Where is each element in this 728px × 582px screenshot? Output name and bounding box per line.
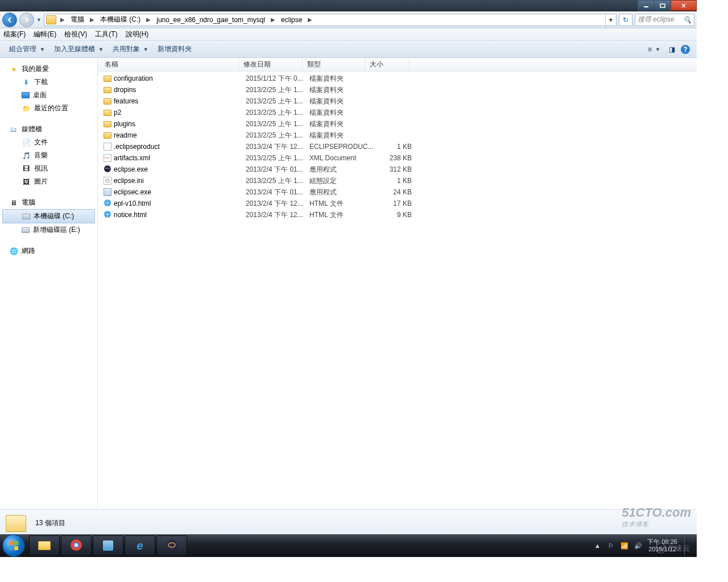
network-icon: 🌐	[9, 247, 18, 256]
column-date[interactable]: 修改日期	[239, 58, 303, 71]
breadcrumb-arrow-icon[interactable]: ▶	[58, 16, 67, 23]
taskbar-app1[interactable]	[93, 535, 123, 556]
sidebar-favorites[interactable]: ★我的最愛	[0, 63, 97, 76]
taskbar-ie[interactable]: e	[125, 535, 155, 556]
download-icon: ⬇	[22, 78, 31, 87]
tray-action-icon[interactable]: ⚐	[606, 541, 615, 550]
file-row[interactable]: eclipse.ini2013/2/25 上午 1...組態設定1 KB	[98, 175, 697, 186]
sidebar-item-recent[interactable]: 📁最近的位置	[0, 102, 97, 115]
music-icon: 🎵	[22, 151, 31, 160]
recent-icon: 📁	[22, 104, 31, 113]
file-row[interactable]: features2013/2/25 上午 1...檔案資料夾	[98, 95, 697, 107]
show-desktop-button[interactable]	[684, 535, 690, 556]
close-button[interactable]	[671, 0, 697, 11]
breadcrumb-folder-2[interactable]: eclipse	[278, 14, 305, 26]
menu-help[interactable]: 說明(H)	[126, 30, 149, 39]
sidebar-item-downloads[interactable]: ⬇下載	[0, 76, 97, 89]
file-row[interactable]: p22013/2/25 上午 1...檔案資料夾	[98, 107, 697, 118]
file-list[interactable]: configuration2015/1/12 下午 0...檔案資料夾dropi…	[98, 72, 697, 509]
sidebar-network[interactable]: 🌐網路	[0, 244, 97, 257]
file-name: readme	[114, 131, 137, 139]
file-row[interactable]: notice.html2013/2/4 下午 12...HTML 文件9 KB	[98, 209, 697, 221]
file-type: 應用程式	[309, 188, 372, 197]
file-date: 2013/2/25 上午 1...	[246, 153, 309, 163]
breadcrumb-folder-1[interactable]: juno_ee_x86_ndro_gae_tom_mysql	[153, 14, 268, 26]
file-date: 2013/2/25 上午 1...	[246, 108, 309, 118]
menu-edit[interactable]: 編輯(E)	[34, 30, 56, 39]
refresh-button[interactable]: ↻	[619, 14, 632, 26]
history-dropdown-icon[interactable]: ▼	[36, 17, 42, 23]
back-button[interactable]	[2, 13, 17, 27]
sidebar-item-music[interactable]: 🎵音樂	[0, 149, 97, 162]
column-size[interactable]: 大小	[365, 58, 410, 71]
file-row[interactable]: eclipse.exe2013/2/4 下午 01...應用程式312 KB	[98, 164, 697, 175]
sidebar-computer[interactable]: 🖥電腦	[0, 196, 97, 209]
file-date: 2013/2/25 上午 1...	[246, 97, 309, 106]
column-name[interactable]: 名稱	[98, 58, 239, 71]
address-bar[interactable]: ▶ 電腦 ▶ 本機磁碟 (C:) ▶ juno_ee_x86_ndro_gae_…	[44, 14, 617, 26]
file-name: .eclipseproduct	[114, 143, 160, 151]
file-row[interactable]: dropins2013/2/25 上午 1...檔案資料夾	[98, 84, 697, 95]
svg-point-4	[104, 165, 111, 172]
breadcrumb-computer[interactable]: 電腦	[67, 14, 88, 26]
file-date: 2013/2/4 下午 12...	[246, 199, 309, 209]
menu-view[interactable]: 檢視(V)	[64, 30, 87, 39]
breadcrumb-arrow-icon[interactable]: ▶	[268, 16, 278, 23]
breadcrumb-drive[interactable]: 本機磁碟 (C:)	[97, 14, 144, 26]
minimize-button[interactable]	[638, 0, 655, 11]
file-row[interactable]: eclipsec.exe2013/2/4 下午 01...應用程式24 KB	[98, 186, 697, 198]
details-pane: 13 個項目	[0, 509, 697, 537]
help-button[interactable]: ?	[679, 43, 692, 56]
address-dropdown-icon[interactable]: ▾	[605, 14, 616, 26]
tray-volume-icon[interactable]: 🔊	[634, 541, 643, 550]
file-name: plugins	[114, 120, 135, 128]
organize-button[interactable]: 組合管理▼	[5, 41, 49, 57]
file-row[interactable]: <>artifacts.xml2013/2/25 上午 1...XML Docu…	[98, 152, 697, 164]
file-name: notice.html	[114, 211, 147, 219]
new-folder-button[interactable]: 新增資料夾	[153, 41, 196, 57]
folder-icon	[104, 110, 111, 116]
preview-pane-button[interactable]: ◨	[665, 43, 679, 56]
include-library-button[interactable]: 加入至媒體櫃▼	[49, 41, 108, 57]
menu-tools[interactable]: 工具(T)	[95, 30, 117, 39]
sidebar-item-videos[interactable]: 🎞視訊	[0, 162, 97, 175]
sidebar-item-pictures[interactable]: 🖼圖片	[0, 175, 97, 188]
tray-clock[interactable]: 下午 08:26 2015/1/12	[647, 538, 677, 553]
start-button[interactable]	[2, 534, 25, 557]
maximize-button[interactable]	[654, 0, 671, 11]
file-row[interactable]: .eclipseproduct2013/2/4 下午 12...ECLIPSEP…	[98, 141, 697, 152]
file-type: HTML 文件	[309, 210, 372, 220]
file-size: 238 KB	[372, 154, 412, 162]
menu-bar: 檔案(F) 編輯(E) 檢視(V) 工具(T) 說明(H)	[0, 28, 697, 41]
sidebar-libraries[interactable]: 🗂媒體櫃	[0, 123, 97, 136]
breadcrumb-arrow-icon[interactable]: ▶	[305, 16, 315, 23]
taskbar-eclipse[interactable]	[156, 535, 187, 556]
search-icon: 🔍	[683, 16, 692, 24]
file-row[interactable]: epl-v10.html2013/2/4 下午 12...HTML 文件17 K…	[98, 198, 697, 209]
exe-icon	[104, 188, 111, 196]
tray-chevron-icon[interactable]: ▲	[593, 541, 602, 550]
taskbar-explorer[interactable]	[29, 535, 60, 556]
breadcrumb-arrow-icon[interactable]: ▶	[144, 16, 153, 23]
file-row[interactable]: configuration2015/1/12 下午 0...檔案資料夾	[98, 73, 697, 84]
sidebar-item-drive-e[interactable]: 新增磁碟區 (E:)	[0, 223, 97, 236]
tray-network-icon[interactable]: 📶	[620, 541, 629, 550]
sidebar-item-drive-c[interactable]: 本機磁碟 (C:)	[2, 209, 95, 223]
menu-file[interactable]: 檔案(F)	[3, 30, 26, 39]
file-row[interactable]: readme2013/2/25 上午 1...檔案資料夾	[98, 130, 697, 141]
ini-icon	[104, 177, 111, 185]
breadcrumb-arrow-icon[interactable]: ▶	[88, 16, 97, 23]
search-input[interactable]: 搜尋 eclipse 🔍	[635, 14, 694, 26]
file-name: eclipsec.exe	[114, 188, 151, 196]
column-type[interactable]: 類型	[303, 58, 365, 71]
forward-button[interactable]	[19, 13, 34, 27]
sidebar-item-desktop[interactable]: 桌面	[0, 89, 97, 102]
sidebar-item-documents[interactable]: 📄文件	[0, 136, 97, 149]
view-options-button[interactable]: ≡▼	[643, 41, 665, 57]
file-row[interactable]: plugins2013/2/25 上午 1...檔案資料夾	[98, 118, 697, 130]
file-name: artifacts.xml	[114, 154, 150, 162]
item-count: 13 個項目	[35, 518, 65, 528]
taskbar: e ▲ ⚐ 📶 🔊 下午 08:26 2015/1/12	[0, 534, 697, 557]
taskbar-chrome[interactable]	[61, 535, 92, 556]
share-button[interactable]: 共用對象▼	[108, 41, 153, 57]
